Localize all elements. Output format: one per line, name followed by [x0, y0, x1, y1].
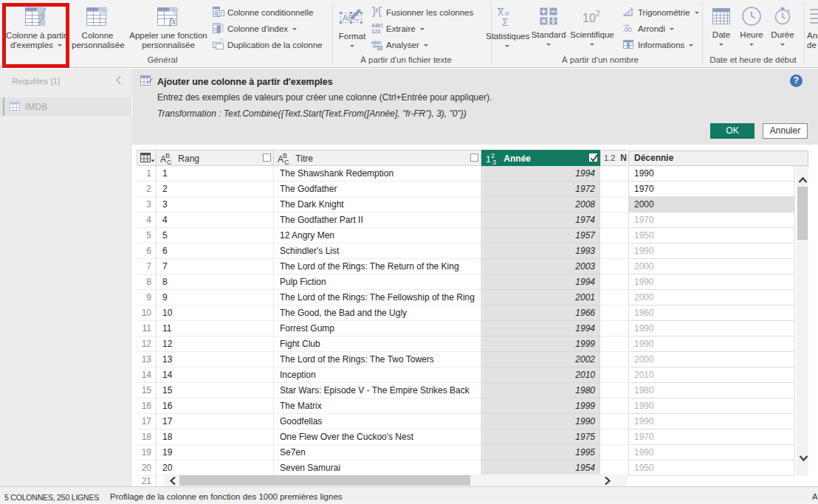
svg-text:10: 10: [582, 12, 596, 24]
svg-text:2: 2: [596, 10, 600, 18]
svg-text:fx: fx: [169, 15, 176, 27]
svg-text:abc: abc: [371, 39, 382, 46]
svg-text:123: 123: [371, 28, 381, 34]
svg-text:Σ: Σ: [502, 16, 509, 27]
